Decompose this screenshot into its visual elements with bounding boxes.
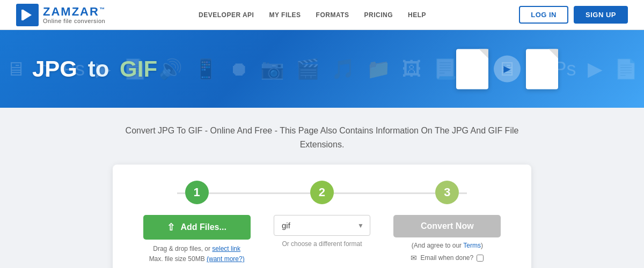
conversion-arrow: ► — [494, 56, 521, 83]
hero-from-format: JPG — [32, 56, 77, 81]
step-1: 1 ⇧ Add Files... Drag & drop files, or s… — [134, 181, 259, 264]
header-buttons: LOG IN SIGN UP — [519, 6, 628, 24]
email-when-done-checkbox[interactable] — [477, 255, 484, 262]
steps-row: 1 ⇧ Add Files... Drag & drop files, or s… — [134, 181, 510, 264]
svg-marker-0 — [23, 10, 32, 20]
format-select[interactable]: gif png jpg bmp tiff webp ico pdf — [274, 215, 370, 236]
add-files-label: Add Files... — [180, 222, 226, 232]
hero-to-text: to — [88, 56, 109, 81]
email-when-done-label: Email when done? — [420, 254, 473, 262]
bg-icon-phone: 📱 — [194, 58, 218, 80]
format-hint: Or choose a different format — [282, 240, 362, 248]
logo-icon — [16, 4, 39, 26]
step-3: 3 Convert Now (And agree to our Terms) ✉… — [385, 181, 510, 262]
logo-area: ZAMZAR™ Online file conversion — [16, 4, 106, 26]
nav-formats[interactable]: FORMATS — [316, 11, 349, 19]
signup-button[interactable]: SIGN UP — [574, 6, 628, 24]
bg-icon-monitor: 🖥 — [6, 58, 25, 80]
nav-developer-api[interactable]: DEVELOPER API — [199, 11, 254, 19]
logo-tagline: Online file conversion — [43, 18, 106, 24]
select-link[interactable]: select link — [212, 245, 240, 252]
bg-icon-note: 🎵 — [331, 58, 355, 80]
nav-my-files[interactable]: MY FILES — [269, 11, 301, 19]
logo-text: ZAMZAR™ Online file conversion — [43, 6, 106, 24]
step-3-number: 3 — [435, 181, 459, 204]
bg-icon-camera: 📷 — [260, 58, 284, 80]
bg-icon-play2: ▶ — [588, 58, 603, 80]
target-file-icon — [526, 49, 558, 89]
hero-title: JPG to GIF — [32, 56, 157, 82]
converter-section: 1 ⇧ Add Files... Drag & drop files, or s… — [0, 165, 644, 268]
step-2-content: gif png jpg bmp tiff webp ico pdf ▼ Or c… — [259, 215, 384, 248]
bg-icon-film: 🎬 — [296, 58, 320, 80]
main-nav: DEVELOPER API MY FILES FORMATS PRICING H… — [199, 11, 426, 19]
terms-link[interactable]: Terms — [463, 242, 481, 249]
convert-now-button[interactable]: Convert Now — [393, 215, 501, 237]
bg-icon-sound: 🔊 — [158, 58, 182, 80]
login-button[interactable]: LOG IN — [519, 6, 568, 24]
want-more-link[interactable]: (want more?) — [207, 255, 245, 263]
nav-pricing[interactable]: PRICING — [364, 11, 393, 19]
svg-rect-1 — [21, 10, 24, 20]
arrow-icon: ► — [501, 62, 513, 76]
bg-icon-page: 📃 — [433, 58, 457, 80]
step-3-content: Convert Now (And agree to our Terms) ✉ E… — [385, 215, 510, 262]
add-files-button[interactable]: ⇧ Add Files... — [143, 215, 251, 240]
step-2-number: 2 — [310, 181, 334, 204]
format-select-wrapper: gif png jpg bmp tiff webp ico pdf ▼ — [274, 215, 370, 236]
step-2: 2 gif png jpg bmp tiff webp ico pdf — [259, 181, 384, 248]
email-icon: ✉ — [411, 254, 417, 262]
converter-card: 1 ⇧ Add Files... Drag & drop files, or s… — [113, 165, 531, 268]
convert-agree-text: (And agree to our Terms) — [412, 242, 483, 249]
bg-icon-doc2: 📄 — [614, 58, 638, 80]
source-file-icon — [456, 49, 488, 89]
bg-icon-image: 🖼 — [402, 58, 421, 80]
drag-text: Drag & drop files, or select link Max. f… — [149, 244, 245, 264]
upload-icon: ⇧ — [167, 221, 175, 233]
hero-to-format: GIF — [120, 56, 157, 81]
step-1-content: ⇧ Add Files... Drag & drop files, or sel… — [134, 215, 259, 264]
header: ZAMZAR™ Online file conversion DEVELOPER… — [0, 0, 644, 30]
hero-graphic: ► — [456, 49, 558, 89]
hero-banner: 🖥 ♫ Ps ▶ 📄 🔊 📱 ⏺ 📷 🎬 🎵 📁 🖼 📃 ⚙ 🖥 ♫ Ps ▶ … — [0, 30, 644, 108]
nav-help[interactable]: HELP — [408, 11, 426, 19]
step-1-number: 1 — [185, 181, 209, 204]
bg-icon-folder: 📁 — [367, 58, 391, 80]
email-row: ✉ Email when done? — [411, 254, 484, 262]
description-section: Convert JPG To GIF - Online And Free - T… — [0, 108, 644, 165]
description-text: Convert JPG To GIF - Online And Free - T… — [118, 124, 526, 151]
logo-name: ZAMZAR™ — [43, 6, 106, 18]
bg-icon-circle: ⏺ — [229, 58, 248, 80]
